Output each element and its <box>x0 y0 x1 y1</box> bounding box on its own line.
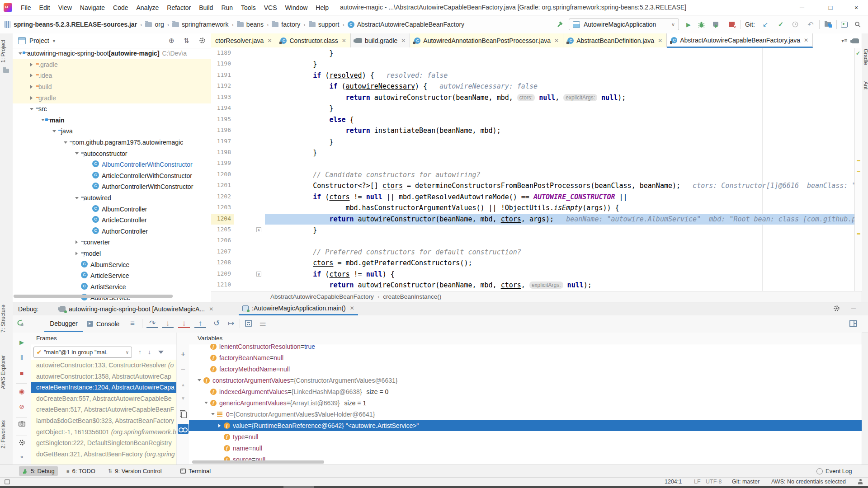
tree-row[interactable]: src <box>13 103 211 115</box>
more-actions-icon[interactable]: » <box>13 454 31 460</box>
variable-row[interactable]: factoryBeanName = null <box>189 352 862 363</box>
breadcrumb-item[interactable]: support <box>309 21 340 28</box>
run-with-coverage-button[interactable] <box>711 19 721 29</box>
chevron-down-icon[interactable] <box>75 197 79 201</box>
chevron-right-icon[interactable] <box>30 85 34 89</box>
code-line[interactable]: 1210 return autowireConstructor(beanName… <box>211 280 854 291</box>
step-into-icon[interactable]: ↓ <box>162 320 174 328</box>
menu-build[interactable]: Build <box>195 4 217 11</box>
chevron-right-icon[interactable] <box>30 63 34 66</box>
breadcrumb-item[interactable]: beans <box>237 21 264 28</box>
menu-refactor[interactable]: Refactor <box>163 4 195 11</box>
frame-row[interactable]: getSingleton:222, DefaultSingletonBeanRe… <box>31 437 176 449</box>
chevron-down-icon[interactable] <box>211 413 215 417</box>
menu-window[interactable]: Window <box>281 4 312 11</box>
mute-breakpoints-icon[interactable]: ⊘ <box>13 403 31 410</box>
debug-settings-gear-icon[interactable] <box>13 439 31 446</box>
line-number[interactable]: 1191 <box>211 70 234 81</box>
gear-icon[interactable] <box>833 305 840 312</box>
line-number[interactable]: 1210 <box>211 280 234 291</box>
reading-mode-icon[interactable] <box>5 479 10 484</box>
code-editor[interactable]: 1189 }1190 }1191 if (resolved) { resolve… <box>211 48 854 291</box>
code-line[interactable]: 1198 } <box>211 147 854 158</box>
chevron-right-icon[interactable] <box>30 74 34 77</box>
breadcrumb-class[interactable]: AbstractAutowireCapableBeanFactory <box>270 293 374 300</box>
tree-row[interactable]: AuthorControllerWithConstructor <box>13 181 211 192</box>
line-number[interactable]: 1195 <box>211 114 234 125</box>
aws-credentials[interactable]: AWS: No credentials selected <box>771 479 846 485</box>
line-number[interactable]: 1192 <box>211 81 234 92</box>
line-number[interactable]: 1198 <box>211 147 234 158</box>
show-watches-glasses-icon[interactable] <box>178 424 189 434</box>
minimize-window-icon[interactable]: ─ <box>792 2 812 14</box>
chevron-down-icon[interactable] <box>204 402 208 406</box>
close-window-icon[interactable]: × <box>846 2 866 14</box>
next-frame-icon[interactable]: ↓ <box>148 348 151 356</box>
step-out-icon[interactable]: ↑ <box>194 320 206 328</box>
code-line[interactable]: 1192 if (autowireNecessary) { autowireNe… <box>211 81 854 92</box>
tree-row[interactable]: .gradle <box>13 59 211 70</box>
line-number[interactable]: 1204 <box>211 214 234 225</box>
frame-row[interactable]: doCreateBean:557, AbstractAutowireCapabl… <box>31 393 176 404</box>
debug-session-tab[interactable]: :AutowireMagicApplication.main()✕ <box>239 302 358 315</box>
fold-marker-icon[interactable]: ∨ <box>256 272 261 277</box>
chevron-down-icon[interactable] <box>198 379 201 383</box>
layout-settings-icon[interactable] <box>847 319 859 327</box>
line-number[interactable]: 1199 <box>211 158 234 169</box>
code-line[interactable]: 1190 } <box>211 59 854 70</box>
variable-row[interactable]: lenientConstructorResolution = true <box>189 344 862 352</box>
hide-panel-icon[interactable]: ─ <box>851 305 856 312</box>
breadcrumb-item[interactable]: springframework <box>172 21 228 28</box>
move-watch-down-icon[interactable]: ▼ <box>177 396 189 401</box>
line-number[interactable]: 1197 <box>211 136 234 147</box>
tree-row[interactable]: ArticleControllerWithConstructor <box>13 170 211 182</box>
chevron-down-icon[interactable] <box>52 130 56 134</box>
debug-button[interactable] <box>696 19 706 29</box>
git-update-icon[interactable]: ↙ <box>760 19 770 29</box>
tree-row[interactable]: AlbumControllerWithConstructor <box>13 159 211 170</box>
variable-row[interactable]: constructorArgumentValues = {Constructor… <box>189 375 862 386</box>
code-line[interactable]: 1194 } <box>211 103 854 114</box>
frame-row[interactable]: getObject:-1, 1619356001 (org.springfram… <box>31 427 176 438</box>
code-line[interactable]: 1209∨ if (ctors != null) { <box>211 269 854 280</box>
close-tab-icon[interactable]: ✕ <box>401 38 406 44</box>
variable-row[interactable]: name = null <box>189 442 862 454</box>
code-line[interactable]: 1205∧ } <box>211 225 854 235</box>
chevron-down-icon[interactable] <box>30 108 33 112</box>
tree-row[interactable]: java <box>13 126 211 137</box>
code-line[interactable]: 1195 else { <box>211 114 854 125</box>
menu-analyze[interactable]: Analyze <box>132 4 163 11</box>
toolwindow-button-structure[interactable]: 7: Structure <box>0 305 13 333</box>
pause-program-icon[interactable]: ‖ <box>13 354 31 361</box>
tree-row[interactable]: model <box>13 248 211 259</box>
tree-row[interactable]: AlbumService <box>13 259 211 270</box>
line-number[interactable]: 1203 <box>211 202 234 213</box>
variable-row[interactable]: indexedArgumentValues = {LinkedHashMap@6… <box>189 386 862 397</box>
menu-navigate[interactable]: Navigate <box>76 4 109 11</box>
warning-stripe-mark[interactable] <box>857 160 860 161</box>
breadcrumb-item[interactable]: AbstractAutowireCapableBeanFactory <box>348 21 464 28</box>
code-line[interactable]: 1202 if (ctors != null || mbd.getResolve… <box>211 192 854 202</box>
code-line[interactable]: 1206 <box>211 235 854 246</box>
toolwindow-button-debug[interactable]: 5: Debug <box>19 466 58 476</box>
stop-button[interactable]: 2 <box>727 19 737 29</box>
line-number[interactable]: 1200 <box>211 169 234 180</box>
run-anything-icon[interactable] <box>839 19 849 29</box>
code-line[interactable]: 1208 ctors = mbd.getPreferredConstructor… <box>211 258 854 268</box>
code-line[interactable]: 1204 return autowireConstructor(beanName… <box>211 214 854 225</box>
line-number[interactable]: 1201 <box>211 180 234 191</box>
close-tab-icon[interactable]: ✕ <box>658 38 662 44</box>
editor-tab[interactable]: AbstractAutowireCapableBeanFactory.java✕ <box>667 33 813 48</box>
line-number[interactable]: 1209 <box>211 269 234 280</box>
menu-help[interactable]: Help <box>311 4 333 11</box>
code-line[interactable]: 1200 // Candidate constructors for autow… <box>211 169 854 180</box>
frame-row[interactable]: doGetBean:321, AbstractBeanFactory (org.… <box>31 449 176 460</box>
code-line[interactable]: 1203 mbd.hasConstructorArgumentValues() … <box>211 202 854 213</box>
toolwindow-button-versioncontrol[interactable]: ⇅9: Version Control <box>105 466 165 476</box>
horizontal-scrollbar[interactable] <box>14 295 173 298</box>
warning-stripe-mark[interactable] <box>857 171 860 172</box>
debug-session-tab[interactable]: autowiring-magic-spring-boot [AutowireMa… <box>56 302 217 315</box>
close-tab-icon[interactable]: ✕ <box>804 37 808 43</box>
maximize-window-icon[interactable]: □ <box>821 2 840 14</box>
close-tab-icon[interactable]: ✕ <box>350 305 354 311</box>
